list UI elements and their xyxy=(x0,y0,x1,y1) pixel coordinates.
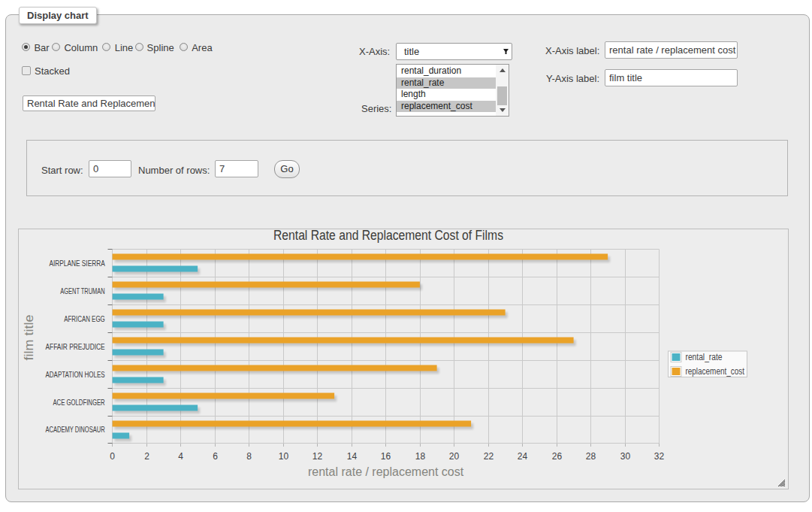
svg-text:14: 14 xyxy=(347,451,358,462)
svg-text:replacement_cost: replacement_cost xyxy=(686,366,745,377)
svg-text:AFFAIR PREJUDICE: AFFAIR PREJUDICE xyxy=(46,343,105,351)
svg-text:ACE GOLDFINGER: ACE GOLDFINGER xyxy=(53,398,104,407)
svg-text:22: 22 xyxy=(484,451,494,462)
svg-text:AIRPLANE SIERRA: AIRPLANE SIERRA xyxy=(50,259,105,268)
svg-text:4: 4 xyxy=(178,451,183,462)
svg-text:ACADEMY DINOSAUR: ACADEMY DINOSAUR xyxy=(46,426,105,434)
svg-text:10: 10 xyxy=(279,451,289,462)
svg-text:rental_rate: rental_rate xyxy=(686,352,723,362)
svg-text:26: 26 xyxy=(552,451,563,462)
svg-text:rental rate / replacement cost: rental rate / replacement cost xyxy=(308,465,464,478)
svg-text:32: 32 xyxy=(654,451,665,462)
svg-text:30: 30 xyxy=(620,451,631,462)
svg-text:16: 16 xyxy=(381,451,391,462)
svg-text:6: 6 xyxy=(213,451,218,462)
svg-text:20: 20 xyxy=(449,451,460,462)
svg-text:18: 18 xyxy=(415,451,426,462)
svg-text:AFRICAN EGG: AFRICAN EGG xyxy=(64,315,105,323)
svg-text:0: 0 xyxy=(110,451,115,462)
svg-text:Rental Rate and Replacement Co: Rental Rate and Replacement Cost of Film… xyxy=(273,229,503,243)
svg-text:8: 8 xyxy=(246,451,252,462)
svg-text:AGENT TRUMAN: AGENT TRUMAN xyxy=(60,287,104,295)
svg-text:28: 28 xyxy=(586,451,596,462)
svg-text:12: 12 xyxy=(312,451,323,462)
svg-text:2: 2 xyxy=(144,451,149,462)
svg-text:ADAPTATION HOLES: ADAPTATION HOLES xyxy=(46,371,105,379)
svg-text:24: 24 xyxy=(518,451,528,462)
svg-text:film title: film title xyxy=(23,314,35,360)
